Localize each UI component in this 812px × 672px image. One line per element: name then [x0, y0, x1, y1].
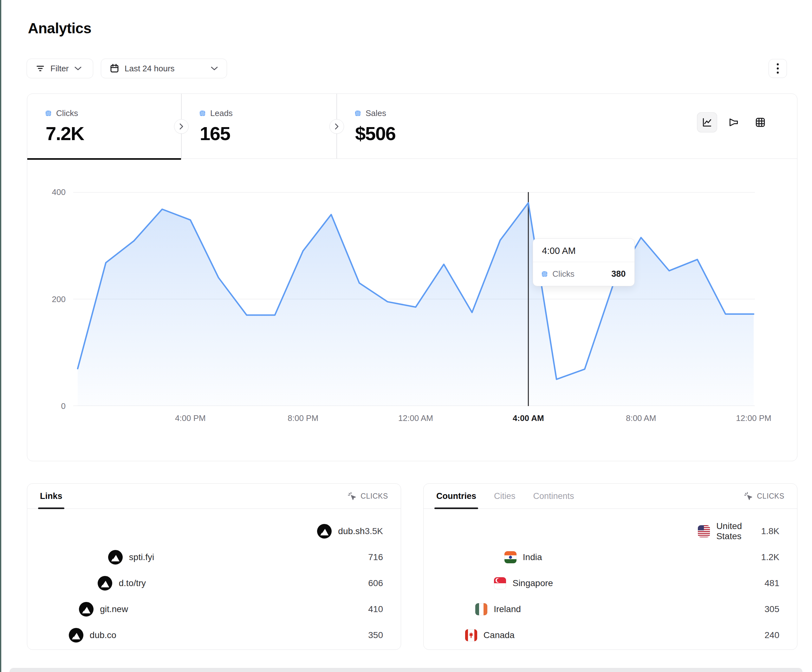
table-view-button[interactable] — [750, 112, 771, 133]
link-label: git.new — [100, 604, 128, 614]
tooltip-series-label: Clicks — [552, 269, 574, 279]
country-label: United States — [716, 521, 761, 541]
filter-button-label: Filter — [50, 64, 69, 73]
tab-sales[interactable]: Sales $506 — [337, 94, 492, 159]
x-axis: 4:00 PM8:00 PM12:00 AM4:00 AM8:00 AM12:0… — [73, 413, 755, 427]
page-title: Analytics — [28, 20, 91, 37]
tab-clicks[interactable]: Clicks 7.2K — [27, 94, 181, 159]
clicks-legend-square-icon — [46, 111, 51, 116]
link-clicks-value: 716 — [368, 552, 385, 562]
link-clicks-value: 350 — [368, 630, 385, 640]
link-row[interactable]: dub.co 350 — [39, 625, 389, 646]
canada-flag-icon — [465, 629, 477, 641]
country-row[interactable]: United States 1.8K — [435, 521, 786, 542]
filter-lines-icon — [35, 63, 45, 73]
links-metric-label: CLICKS — [360, 492, 388, 500]
y-tick-label: 200 — [52, 295, 66, 304]
ireland-flag-icon — [475, 603, 487, 615]
link-label: d.to/try — [119, 578, 146, 588]
x-tick-label: 8:00 PM — [288, 413, 318, 423]
singapore-flag-icon — [494, 577, 506, 589]
tooltip-legend-square-icon — [542, 271, 547, 277]
x-tick-label: 12:00 PM — [736, 413, 771, 423]
y-tick-label: 400 — [52, 188, 66, 197]
country-label: Singapore — [512, 578, 553, 588]
date-range-button[interactable]: Last 24 hours — [101, 59, 227, 78]
country-row[interactable]: Singapore 481 — [435, 573, 786, 594]
country-label: Canada — [483, 630, 515, 640]
tab-leads-label: Leads — [210, 108, 233, 118]
tab-leads[interactable]: Leads 165 — [181, 94, 336, 159]
tab-cities[interactable]: Cities — [494, 484, 515, 509]
link-row[interactable]: d.to/try 606 — [39, 573, 389, 594]
tab-countries-label: Countries — [436, 491, 476, 501]
analytics-card: Clicks 7.2K Leads 165 Sales $506 — [27, 94, 797, 461]
clicks-area-chart[interactable]: 4:00 AM Clicks 380 — [73, 192, 755, 406]
tab-continents[interactable]: Continents — [533, 484, 574, 509]
country-clicks-value: 481 — [764, 578, 781, 588]
link-clicks-value: 3.5K — [365, 526, 385, 536]
countries-metric-selector[interactable]: CLICKS — [744, 491, 785, 501]
line-chart-view-button[interactable] — [697, 112, 717, 133]
expand-clicks-button[interactable] — [174, 119, 189, 134]
country-row[interactable]: India 1.2K — [435, 547, 786, 568]
window-left-edge — [0, 0, 1, 672]
kebab-menu-icon — [776, 63, 780, 75]
us-flag-icon — [698, 525, 710, 537]
y-tick-label: 0 — [61, 401, 66, 411]
filter-button[interactable]: Filter — [27, 59, 93, 78]
tooltip-time: 4:00 AM — [533, 239, 635, 262]
country-clicks-value: 1.2K — [761, 552, 781, 562]
date-range-label: Last 24 hours — [125, 64, 175, 73]
tooltip-value: 380 — [611, 269, 626, 279]
link-row[interactable]: git.new 410 — [39, 599, 389, 620]
dub-logo-icon — [98, 576, 112, 590]
tab-sales-label: Sales — [365, 108, 386, 118]
dub-logo-icon — [79, 602, 94, 617]
cursor-rays-icon — [347, 491, 357, 501]
countries-metric-label: CLICKS — [757, 492, 785, 500]
country-row[interactable]: Ireland 305 — [435, 599, 786, 620]
area-fill — [78, 203, 754, 406]
tab-clicks-label: Clicks — [56, 108, 78, 118]
chart-view-switcher — [697, 112, 771, 133]
link-row[interactable]: spti.fyi 716 — [39, 547, 389, 568]
chevron-down-icon — [74, 66, 82, 71]
expand-leads-button[interactable] — [329, 119, 344, 134]
cursor-rays-icon — [744, 491, 753, 501]
links-panel: Links CLICKS dub.sh 3.5K spti.fyi 716 — [27, 483, 401, 650]
dub-logo-icon — [108, 550, 123, 565]
more-menu-button[interactable] — [769, 59, 787, 78]
funnel-chart-icon — [728, 117, 739, 128]
x-tick-label: 8:00 AM — [626, 413, 656, 423]
tab-links[interactable]: Links — [40, 484, 63, 509]
tab-leads-value: 165 — [200, 123, 336, 145]
tab-countries[interactable]: Countries — [436, 484, 476, 509]
country-clicks-value: 1.8K — [761, 526, 781, 536]
countries-panel: Countries Cities Continents CLICKS Unite… — [423, 483, 797, 650]
country-label: Ireland — [494, 604, 521, 614]
dub-logo-icon — [69, 628, 84, 643]
link-row[interactable]: dub.sh 3.5K — [39, 521, 389, 542]
link-label: dub.sh — [338, 526, 365, 536]
link-label: dub.co — [90, 630, 116, 640]
country-row[interactable]: Canada 240 — [435, 625, 786, 646]
calendar-icon — [109, 63, 119, 73]
tab-cities-label: Cities — [494, 491, 515, 501]
x-tick-label: 4:00 AM — [513, 413, 544, 423]
table-grid-icon — [755, 117, 766, 128]
line-chart-icon — [701, 117, 713, 128]
funnel-chart-view-button[interactable] — [723, 112, 744, 133]
india-flag-icon — [505, 551, 517, 563]
x-tick-label: 12:00 AM — [398, 413, 433, 423]
link-clicks-value: 410 — [368, 604, 385, 614]
country-clicks-value: 240 — [764, 630, 781, 640]
links-metric-selector[interactable]: CLICKS — [347, 491, 388, 501]
country-clicks-value: 305 — [764, 604, 781, 614]
leads-legend-square-icon — [200, 111, 205, 116]
chart-tooltip: 4:00 AM Clicks 380 — [533, 238, 635, 286]
sales-legend-square-icon — [355, 111, 360, 116]
link-clicks-value: 606 — [368, 578, 385, 588]
chevron-down-icon — [210, 66, 218, 71]
tab-links-label: Links — [40, 491, 63, 501]
